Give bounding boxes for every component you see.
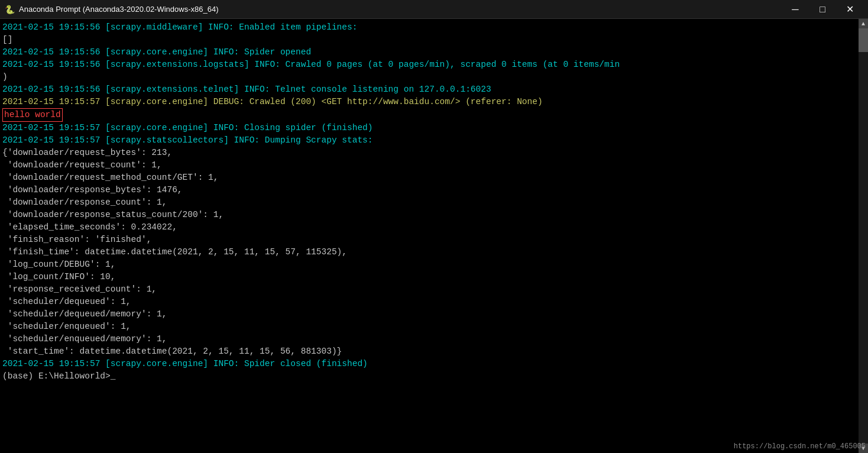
scroll-up-button[interactable]: ▲ — [859, 19, 868, 28]
list-item: [] — [2, 34, 856, 46]
list-item: 2021-02-15 19:15:56 [scrapy.middleware] … — [2, 21, 856, 34]
terminal-body: 2021-02-15 19:15:56 [scrapy.middleware] … — [0, 19, 868, 453]
scrollbar-track[interactable] — [859, 28, 868, 444]
scrollbar-thumb[interactable] — [859, 28, 868, 52]
terminal-output[interactable]: 2021-02-15 19:15:56 [scrapy.middleware] … — [0, 19, 859, 453]
list-item: 'finish_reason': 'finished', — [2, 234, 856, 246]
list-item: ) — [2, 71, 856, 83]
list-item: 'elapsed_time_seconds': 0.234022, — [2, 221, 856, 234]
terminal-prompt: (base) E:\Helloworld>_ — [2, 370, 856, 383]
list-item: 'scheduler/dequeued': 1, — [2, 296, 856, 308]
list-item: 'downloader/response_count': 1, — [2, 196, 856, 209]
list-item: 'scheduler/enqueued': 1, — [2, 321, 856, 333]
window-controls: ─ □ ✕ — [782, 0, 863, 19]
scrollbar[interactable]: ▲ ▼ — [859, 19, 868, 453]
list-item: 'scheduler/dequeued/memory': 1, — [2, 308, 856, 321]
list-item: 2021-02-15 19:15:56 [scrapy.extensions.t… — [2, 83, 856, 96]
hello-world-text: hello world — [2, 108, 63, 122]
maximize-button[interactable]: □ — [809, 0, 836, 19]
list-item: 'downloader/request_count': 1, — [2, 159, 856, 172]
list-item: 'log_count/INFO': 10, — [2, 271, 856, 283]
list-item: 'finish_time': datetime.datetime(2021, 2… — [2, 246, 856, 258]
title-bar: 🐍 Anaconda Prompt (Anaconda3-2020.02-Win… — [0, 0, 868, 19]
list-item: 'downloader/request_method_count/GET': 1… — [2, 172, 856, 184]
minimize-button[interactable]: ─ — [782, 0, 809, 19]
list-item: {'downloader/request_bytes': 213, — [2, 147, 856, 159]
list-item: 'start_time': datetime.datetime(2021, 2,… — [2, 345, 856, 358]
list-item: 2021-02-15 19:15:57 [scrapy.core.engine]… — [2, 358, 856, 370]
list-item: 2021-02-15 19:15:57 [scrapy.core.engine]… — [2, 122, 856, 134]
list-item: 'downloader/response_status_count/200': … — [2, 209, 856, 221]
list-item: 'response_received_count': 1, — [2, 283, 856, 296]
list-item: 'log_count/DEBUG': 1, — [2, 258, 856, 271]
list-item: 2021-02-15 19:15:56 [scrapy.extensions.l… — [2, 59, 856, 71]
list-item: 2021-02-15 19:15:57 [scrapy.core.engine]… — [2, 96, 856, 108]
watermark: https://blog.csdn.net/m0_465005 — [734, 442, 866, 451]
app-icon: 🐍 — [5, 5, 14, 14]
list-item: 2021-02-15 19:15:57 [scrapy.statscollect… — [2, 134, 856, 147]
title-bar-left: 🐍 Anaconda Prompt (Anaconda3-2020.02-Win… — [5, 5, 218, 14]
close-button[interactable]: ✕ — [836, 0, 863, 19]
list-item: 'downloader/response_bytes': 1476, — [2, 184, 856, 196]
terminal-window: 🐍 Anaconda Prompt (Anaconda3-2020.02-Win… — [0, 0, 868, 453]
window-title: Anaconda Prompt (Anaconda3-2020.02-Windo… — [19, 5, 218, 14]
list-item: 'scheduler/enqueued/memory': 1, — [2, 333, 856, 345]
list-item: 2021-02-15 19:15:56 [scrapy.core.engine]… — [2, 46, 856, 59]
hello-world-line: hello world — [2, 108, 856, 122]
